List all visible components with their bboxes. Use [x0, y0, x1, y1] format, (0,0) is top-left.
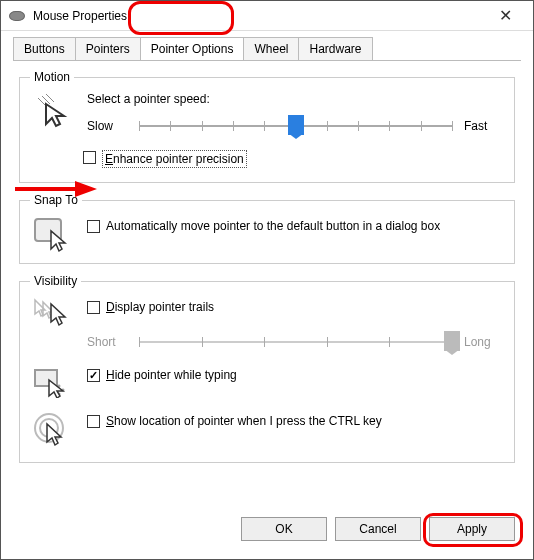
cancel-button[interactable]: Cancel	[335, 517, 421, 541]
tab-strip: Buttons Pointers Pointer Options Wheel H…	[1, 31, 533, 60]
legend-visibility: Visibility	[30, 274, 81, 288]
ctrl-locate-checkbox[interactable]	[87, 415, 100, 428]
trails-checkbox[interactable]	[87, 301, 100, 314]
speed-label: Select a pointer speed:	[87, 92, 504, 106]
svg-marker-5	[46, 104, 64, 126]
speed-slow-label: Slow	[87, 119, 127, 133]
enhance-precision-label[interactable]: Enhance pointer precision	[102, 150, 247, 168]
trail-short-label: Short	[87, 335, 127, 349]
enhance-precision-checkbox[interactable]	[83, 151, 96, 164]
window-title: Mouse Properties	[33, 9, 485, 23]
hide-typing-checkbox[interactable]	[87, 369, 100, 382]
snapto-icon	[33, 217, 73, 253]
tab-hardware[interactable]: Hardware	[298, 37, 372, 60]
dialog-buttons: OK Cancel Apply	[241, 517, 515, 541]
mouse-icon	[9, 11, 25, 21]
pointer-speed-icon	[36, 94, 70, 128]
tab-wheel[interactable]: Wheel	[243, 37, 299, 60]
speed-slider[interactable]	[139, 116, 452, 136]
trail-long-label: Long	[464, 335, 504, 349]
trails-label[interactable]: Display pointer trails	[106, 300, 504, 314]
snapto-label[interactable]: Automatically move pointer to the defaul…	[106, 219, 504, 233]
group-visibility: Visibility Display pointer trails	[19, 274, 515, 463]
apply-button[interactable]: Apply	[429, 517, 515, 541]
hide-typing-label[interactable]: Hide pointer while typing	[106, 368, 504, 382]
legend-motion: Motion	[30, 70, 74, 84]
group-motion: Motion Select a pointer speed: Slow	[19, 70, 515, 183]
hide-typing-icon	[33, 366, 73, 398]
speed-fast-label: Fast	[464, 119, 504, 133]
snapto-checkbox[interactable]	[87, 220, 100, 233]
group-snapto: Snap To Automatically move pointer to th…	[19, 193, 515, 264]
tab-pointer-options[interactable]: Pointer Options	[140, 37, 245, 60]
pointer-trails-icon	[33, 298, 73, 328]
ctrl-locate-icon	[33, 412, 73, 448]
svg-marker-10	[51, 304, 65, 325]
ok-button[interactable]: OK	[241, 517, 327, 541]
legend-snapto: Snap To	[30, 193, 82, 207]
trail-slider	[139, 332, 452, 352]
close-button[interactable]: ✕	[485, 2, 525, 30]
tab-pointers[interactable]: Pointers	[75, 37, 141, 60]
ctrl-locate-label[interactable]: Show location of pointer when I press th…	[106, 414, 504, 428]
tab-buttons[interactable]: Buttons	[13, 37, 76, 60]
titlebar: Mouse Properties ✕	[1, 1, 533, 31]
